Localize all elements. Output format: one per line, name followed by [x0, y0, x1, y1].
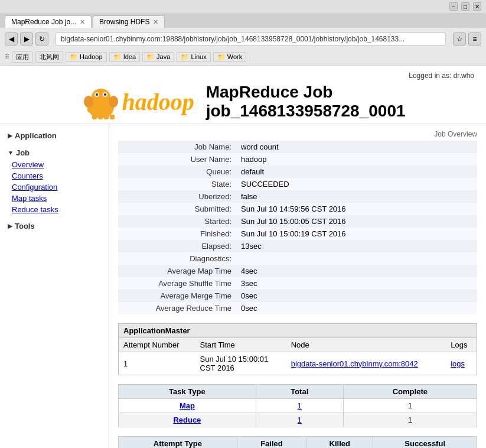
row-value: SUCCEEDED	[236, 178, 477, 190]
task-type-label: Map	[119, 399, 256, 413]
job-overview-row: Queue:default	[118, 165, 477, 178]
back-button[interactable]: ◀	[5, 33, 18, 46]
task-type-link[interactable]: Map	[180, 401, 195, 410]
bookmark-hadoop[interactable]: 📁 Hadoop	[66, 52, 107, 62]
minimize-button[interactable]: −	[449, 2, 458, 11]
tab-close-icon[interactable]: ✕	[80, 18, 85, 26]
bookmark-work[interactable]: 📁 Work	[213, 52, 247, 62]
sidebar-item-reducetasks[interactable]: Reduce tasks	[5, 204, 104, 215]
job-overview-table: Job Name:word countUser Name:hadoopQueue…	[118, 141, 477, 314]
am-logs-link[interactable]: logs	[451, 359, 465, 368]
task-total: 1	[256, 399, 343, 413]
configuration-link[interactable]: Configuration	[12, 183, 57, 191]
job-overview-row: Submitted:Sun Jul 10 14:59:56 CST 2016	[118, 203, 477, 215]
sidebar-section-application: ▶ Application	[0, 127, 109, 144]
job-overview-row: Elapsed:13sec	[118, 240, 477, 252]
svg-point-10	[84, 96, 93, 108]
row-key: Average Map Time	[118, 265, 236, 277]
row-key: Average Reduce Time	[118, 302, 236, 314]
sidebar-item-counters[interactable]: Counters	[5, 170, 104, 181]
sidebar-tools-label: Tools	[15, 222, 35, 231]
overview-link[interactable]: Overview	[12, 160, 44, 169]
tab-hdfs[interactable]: Browsing HDFS ✕	[93, 15, 165, 28]
task-total-link[interactable]: 1	[298, 415, 302, 424]
sidebar-tools-header[interactable]: ▶ Tools	[5, 220, 104, 232]
forward-button[interactable]: ▶	[20, 33, 33, 46]
refresh-button[interactable]: ↻	[35, 33, 48, 46]
sidebar: ▶ Application ▼ Job Overview Counters Co…	[0, 124, 109, 448]
row-value: default	[236, 165, 477, 178]
task-type-header-row: Task Type Total Complete	[119, 385, 477, 399]
counters-link[interactable]: Counters	[12, 171, 43, 180]
bookmark-java[interactable]: 📁 Java	[142, 52, 174, 62]
am-node-link[interactable]: bigdata-senior01.chybinmy.com:8042	[291, 359, 418, 368]
row-key: User Name:	[118, 153, 236, 165]
am-col-node: Node	[286, 338, 446, 352]
task-type-link[interactable]: Reduce	[173, 415, 201, 424]
svg-point-11	[109, 96, 118, 108]
row-key: Queue:	[118, 165, 236, 178]
sidebar-section-tools: ▶ Tools	[0, 217, 109, 235]
row-value: false	[236, 190, 477, 203]
tab-mapreducejob[interactable]: MapReduce Job jo... ✕	[5, 15, 92, 28]
sidebar-application-header[interactable]: ▶ Application	[5, 129, 104, 142]
sidebar-item-overview[interactable]: Overview	[5, 159, 104, 170]
sidebar-item-configuration[interactable]: Configuration	[5, 181, 104, 193]
task-total-link[interactable]: 1	[298, 401, 302, 410]
job-overview-row: Finished:Sun Jul 10 15:00:19 CST 2016	[118, 228, 477, 240]
row-value	[236, 252, 477, 265]
am-col-attempt: Attempt Number	[119, 338, 195, 352]
task-type-row: Map11	[119, 399, 477, 413]
row-key: Diagnostics:	[118, 252, 236, 265]
job-overview-row: Uberized:false	[118, 190, 477, 203]
star-icon[interactable]: ☆	[453, 33, 466, 46]
am-table: Attempt Number Start Time Node Logs 1 Su…	[119, 338, 477, 375]
close-button[interactable]: ✕	[473, 2, 481, 11]
sidebar-application-label: Application	[15, 131, 57, 140]
address-text: bigdata-senior01.chybinmy.com:19888/jobh…	[61, 35, 405, 43]
sidebar-job-header[interactable]: ▼ Job	[5, 147, 104, 159]
task-complete: 1	[343, 399, 477, 413]
job-overview-row: User Name:hadoop	[118, 153, 477, 165]
attempt-failed-header: Failed	[237, 437, 306, 449]
row-value: hadoop	[236, 153, 477, 165]
browser-chrome: − □ ✕ MapReduce Job jo... ✕ Browsing HDF…	[0, 0, 486, 66]
am-table-header-row: Attempt Number Start Time Node Logs	[119, 338, 477, 352]
task-type-table: Task Type Total Complete Map11Reduce11	[118, 384, 477, 427]
maximize-button[interactable]: □	[461, 2, 469, 11]
tab-label: MapReduce Job jo...	[11, 18, 76, 26]
attempt-killed-header: Killed	[306, 437, 373, 449]
am-title: ApplicationMaster	[119, 324, 477, 338]
title-bar: − □ ✕	[0, 0, 486, 13]
row-value: Sun Jul 10 14:59:56 CST 2016	[236, 203, 477, 215]
reducetasks-link[interactable]: Reduce tasks	[12, 205, 58, 214]
menu-icon[interactable]: ≡	[468, 33, 481, 46]
row-key: Average Shuffle Time	[118, 277, 236, 290]
bookmark-apps[interactable]: 应用	[12, 51, 33, 63]
address-bar[interactable]: bigdata-senior01.chybinmy.com:19888/jobh…	[56, 33, 446, 46]
task-complete: 1	[343, 413, 477, 427]
header-logo-title: hadoop MapReduce Job job_1468133958728_0…	[80, 83, 405, 121]
job-overview-row: Job Name:word count	[118, 141, 477, 153]
row-value: Sun Jul 10 15:00:05 CST 2016	[236, 215, 477, 228]
task-summary-section: Task Type Total Complete Map11Reduce11 A…	[118, 384, 477, 448]
tab-close-icon[interactable]: ✕	[153, 18, 158, 26]
row-value: Sun Jul 10 15:00:19 CST 2016	[236, 228, 477, 240]
task-type-label: Reduce	[119, 413, 256, 427]
sidebar-item-maptasks[interactable]: Map tasks	[5, 193, 104, 204]
bookmark-beifengwang[interactable]: 北风网	[35, 51, 63, 63]
row-key: Average Merge Time	[118, 290, 236, 302]
sidebar-job-label: Job	[16, 148, 30, 157]
bookmark-linux[interactable]: 📁 Linux	[177, 52, 210, 62]
arrow-right-icon: ▶	[8, 132, 12, 139]
task-total: 1	[256, 413, 343, 427]
job-overview-row: Average Merge Time0sec	[118, 290, 477, 302]
row-value: 4sec	[236, 265, 477, 277]
am-col-start-time: Start Time	[195, 338, 286, 352]
row-value: 3sec	[236, 277, 477, 290]
bookmark-idea[interactable]: 📁 Idea	[109, 52, 140, 62]
task-type-header: Task Type	[119, 385, 256, 399]
hadoop-logo: hadoop	[80, 84, 194, 119]
maptasks-link[interactable]: Map tasks	[12, 194, 47, 203]
am-col-logs: Logs	[446, 338, 477, 352]
